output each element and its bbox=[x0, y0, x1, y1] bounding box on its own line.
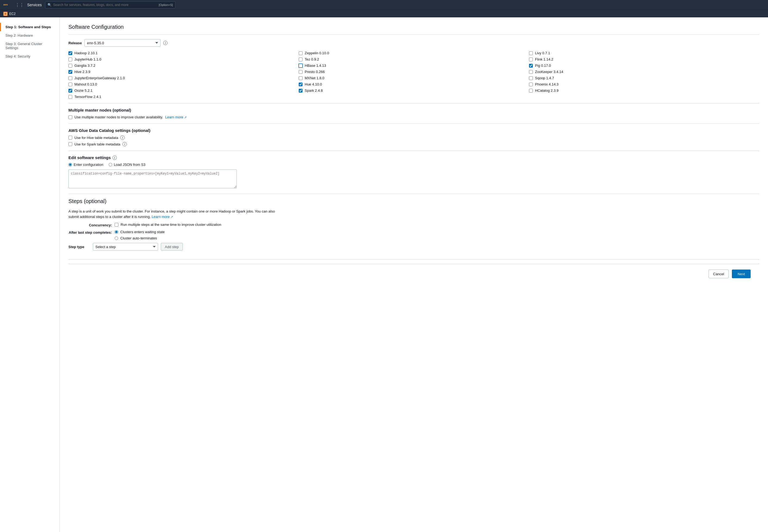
after-step-row: After last step completes: Clusters ente… bbox=[68, 230, 759, 240]
sidebar: Step 1: Software and Steps Step 2: Hardw… bbox=[0, 17, 60, 532]
multi-master-learn-more[interactable]: Learn more bbox=[165, 115, 186, 119]
app-hadoop[interactable]: Hadoop 2.10.1 bbox=[68, 51, 299, 55]
app-flink[interactable]: Flink 1.14.2 bbox=[529, 57, 759, 61]
edit-settings-title: Edit software settings bbox=[68, 155, 111, 160]
glue-spark-checkbox[interactable] bbox=[68, 142, 72, 146]
radio-enter-config[interactable]: Enter configuration bbox=[68, 163, 103, 167]
glue-hive-label: Use for Hive table metadata bbox=[74, 136, 118, 140]
divider-1 bbox=[68, 34, 759, 35]
step-type-row: Step type Select a step Add step bbox=[68, 243, 759, 251]
release-select[interactable]: emr-5.35.0 emr-5.34.0 emr-5.33.0 emr-6.4… bbox=[84, 39, 160, 47]
search-shortcut: [Option+S] bbox=[159, 3, 173, 7]
steps-description: A step is a unit of work you submit to t… bbox=[68, 209, 280, 219]
concurrency-row: Concurrency: Run multiple steps at the s… bbox=[68, 223, 759, 227]
steps-title: Steps (optional) bbox=[68, 198, 759, 204]
glue-option-hive[interactable]: Use for Hive table metadata i bbox=[68, 135, 759, 140]
app-empty2 bbox=[529, 95, 759, 99]
edit-settings-header: Edit software settings i bbox=[68, 155, 759, 160]
concurrency-inline: Run multiple steps at the same time to i… bbox=[115, 223, 221, 227]
radio-waiting[interactable]: Clusters enters waiting state bbox=[115, 230, 164, 234]
svg-text:aws: aws bbox=[3, 3, 8, 6]
concurrency-controls: Run multiple steps at the same time to i… bbox=[115, 223, 221, 227]
concurrency-label: Concurrency: bbox=[68, 223, 112, 227]
app-jupytereg[interactable]: JupyterEnterpriseGateway 2.1.0 bbox=[68, 76, 299, 80]
divider-3 bbox=[68, 123, 759, 124]
footer: Cancel Next bbox=[68, 264, 759, 284]
config-textarea[interactable] bbox=[68, 169, 237, 188]
app-zookeeper[interactable]: ZooKeeper 3.4.14 bbox=[529, 70, 759, 74]
app-empty bbox=[299, 95, 529, 99]
concurrency-checkbox[interactable] bbox=[115, 223, 118, 227]
config-radio-group: Enter configuration Load JSON from S3 bbox=[68, 163, 759, 167]
app-hbase[interactable]: HBase 1.4.13 bbox=[299, 64, 529, 68]
divider-4 bbox=[68, 151, 759, 151]
multi-master-checkbox[interactable] bbox=[68, 115, 72, 119]
app-mxnet[interactable]: MXNet 1.8.0 bbox=[299, 76, 529, 80]
waiting-label: Clusters enters waiting state bbox=[120, 230, 164, 234]
release-info-icon[interactable]: i bbox=[163, 41, 167, 45]
main-content: Software Configuration Release emr-5.35.… bbox=[60, 17, 768, 532]
app-spark[interactable]: Spark 2.4.8 bbox=[299, 88, 529, 93]
sidebar-item-step1[interactable]: Step 1: Software and Steps bbox=[0, 23, 59, 31]
app-oozie[interactable]: Oozie 5.2.1 bbox=[68, 88, 299, 93]
app-zeppelin[interactable]: Zeppelin 0.10.0 bbox=[299, 51, 529, 55]
aws-logo: aws bbox=[3, 2, 12, 8]
ec2-icon bbox=[3, 12, 8, 16]
step-type-label: Step type bbox=[68, 245, 90, 249]
top-nav: aws ⋮⋮ Services 🔍 [Option+S] bbox=[0, 0, 768, 10]
app-hive[interactable]: Hive 2.3.9 bbox=[68, 70, 299, 74]
glue-hive-checkbox[interactable] bbox=[68, 136, 72, 140]
services-nav[interactable]: Services bbox=[27, 3, 42, 7]
app-pig[interactable]: Pig 0.17.0 bbox=[529, 64, 759, 68]
app-ganglia[interactable]: Ganglia 3.7.2 bbox=[68, 64, 299, 68]
steps-learn-more[interactable]: Learn more bbox=[151, 215, 173, 219]
multi-master-row: Use multiple master nodes to improve clu… bbox=[68, 115, 759, 119]
search-icon: 🔍 bbox=[48, 3, 52, 7]
sidebar-item-step2[interactable]: Step 2: Hardware bbox=[0, 31, 59, 40]
glue-catalog-title: AWS Glue Data Catalog settings (optional… bbox=[68, 128, 759, 133]
glue-spark-info[interactable]: i bbox=[122, 142, 127, 146]
radio-load-json[interactable]: Load JSON from S3 bbox=[109, 163, 145, 167]
add-step-button[interactable]: Add step bbox=[161, 243, 183, 251]
next-button[interactable]: Next bbox=[732, 270, 751, 278]
software-config-title: Software Configuration bbox=[68, 24, 759, 30]
app-tensorflow[interactable]: TensorFlow 2.4.1 bbox=[68, 95, 299, 99]
glue-hive-info[interactable]: i bbox=[120, 135, 125, 140]
search-input[interactable] bbox=[53, 3, 159, 7]
terminate-label: Cluster auto-terminates bbox=[120, 236, 157, 240]
sidebar-item-step4[interactable]: Step 4: Security bbox=[0, 52, 59, 61]
app-jupyterhub[interactable]: JupyterHub 1.1.0 bbox=[68, 57, 299, 61]
divider-2 bbox=[68, 103, 759, 103]
applications-grid: Hadoop 2.10.1 Zeppelin 0.10.0 Livy 0.7.1… bbox=[68, 51, 759, 99]
radio-terminate[interactable]: Cluster auto-terminates bbox=[115, 236, 164, 240]
glue-options: Use for Hive table metadata i Use for Sp… bbox=[68, 135, 759, 146]
app-sqoop[interactable]: Sqoop 1.4.7 bbox=[529, 76, 759, 80]
svg-rect-2 bbox=[5, 13, 6, 15]
app-phoenix[interactable]: Phoenix 4.14.3 bbox=[529, 82, 759, 86]
edit-settings-info[interactable]: i bbox=[112, 156, 117, 160]
release-label: Release bbox=[68, 41, 82, 45]
app-tez[interactable]: Tez 0.9.2 bbox=[299, 57, 529, 61]
concurrency-text: Run multiple steps at the same time to i… bbox=[121, 223, 221, 227]
release-row: Release emr-5.35.0 emr-5.34.0 emr-5.33.0… bbox=[68, 39, 759, 47]
after-step-controls: Clusters enters waiting state Cluster au… bbox=[115, 230, 164, 240]
app-presto[interactable]: Presto 0.266 bbox=[299, 70, 529, 74]
app-mahout[interactable]: Mahout 0.13.0 bbox=[68, 82, 299, 86]
cancel-button[interactable]: Cancel bbox=[709, 270, 729, 278]
app-livy[interactable]: Livy 0.7.1 bbox=[529, 51, 759, 55]
search-bar[interactable]: 🔍 [Option+S] bbox=[45, 1, 175, 8]
after-step-label: After last step completes: bbox=[68, 230, 112, 235]
glue-option-spark[interactable]: Use for Spark table metadata i bbox=[68, 142, 759, 146]
grid-icon[interactable]: ⋮⋮ bbox=[15, 2, 24, 8]
step-type-select[interactable]: Select a step bbox=[93, 243, 158, 251]
glue-spark-label: Use for Spark table metadata bbox=[74, 142, 120, 146]
breadcrumb: EC2 bbox=[3, 12, 15, 16]
main-layout: Step 1: Software and Steps Step 2: Hardw… bbox=[0, 17, 768, 532]
multi-master-label: Use multiple master nodes to improve clu… bbox=[74, 115, 163, 119]
app-hue[interactable]: Hue 4.10.0 bbox=[299, 82, 529, 86]
multiple-master-title: Multiple master nodes (optional) bbox=[68, 108, 759, 112]
sidebar-item-step3[interactable]: Step 3: General Cluster Settings bbox=[0, 40, 59, 52]
app-hcatalog[interactable]: HCatalog 2.3.9 bbox=[529, 88, 759, 93]
ec2-label[interactable]: EC2 bbox=[9, 12, 15, 16]
breadcrumb-bar: EC2 bbox=[0, 10, 768, 17]
